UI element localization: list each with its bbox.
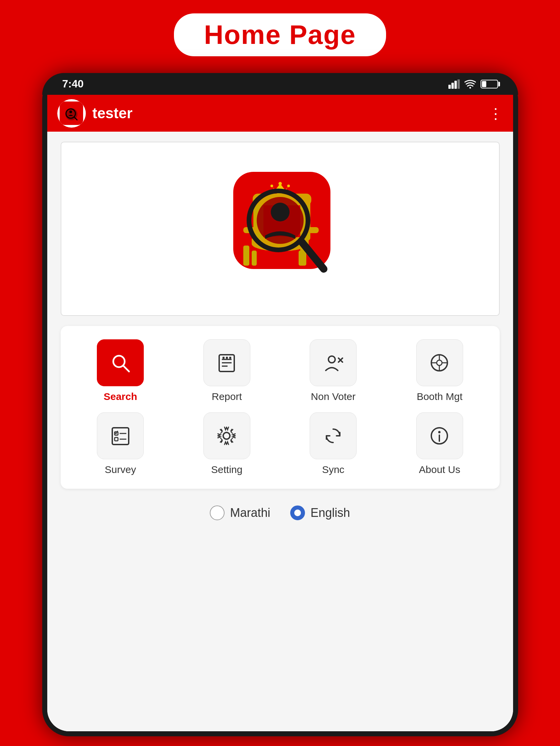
survey-icon-box[interactable] <box>97 412 144 459</box>
battery-icon <box>481 80 498 88</box>
app-logo <box>57 99 86 127</box>
svg-rect-1 <box>451 83 454 89</box>
svg-rect-10 <box>243 246 249 266</box>
svg-rect-3 <box>457 79 460 89</box>
booth-mgt-icon <box>429 352 450 374</box>
svg-point-8 <box>69 111 72 113</box>
app-logo-inner <box>60 102 83 125</box>
search-label: Search <box>104 391 137 402</box>
search-icon <box>110 352 131 374</box>
svg-rect-35 <box>223 357 225 359</box>
page-title-container: Home Page <box>174 13 386 56</box>
status-time: 7:40 <box>62 78 84 90</box>
svg-point-26 <box>271 203 289 222</box>
menu-item-setting[interactable]: Setting <box>177 412 277 475</box>
menu-item-search[interactable]: Search <box>71 339 171 402</box>
wifi-icon <box>465 79 476 89</box>
menu-item-non-voter[interactable]: Non Voter <box>283 339 383 402</box>
lang-option-english[interactable]: English <box>290 506 350 520</box>
page-title: Home Page <box>204 20 356 50</box>
report-icon <box>216 352 237 374</box>
sync-icon-box[interactable] <box>310 412 357 459</box>
svg-rect-37 <box>229 357 231 359</box>
main-content: Search <box>47 132 513 731</box>
survey-label: Survey <box>105 464 136 475</box>
app-screen: tester ⋮ <box>47 95 513 731</box>
menu-grid: Search <box>61 326 500 489</box>
menu-item-about-us[interactable]: About Us <box>390 412 489 475</box>
status-icons <box>448 79 498 89</box>
svg-rect-13 <box>299 251 304 266</box>
svg-rect-0 <box>448 85 451 89</box>
booth-mgt-label: Booth Mgt <box>417 391 463 402</box>
svg-point-23 <box>271 184 273 187</box>
setting-label: Setting <box>211 464 242 475</box>
svg-point-54 <box>438 431 441 433</box>
menu-item-survey[interactable]: Survey <box>71 412 171 475</box>
menu-item-booth-mgt[interactable]: Booth Mgt <box>390 339 489 402</box>
menu-row-1: Search <box>71 339 489 402</box>
menu-item-report[interactable]: Report <box>177 339 277 402</box>
menu-row-2: Survey <box>71 412 489 475</box>
sync-icon <box>323 425 344 447</box>
booth-mgt-icon-box[interactable] <box>416 339 463 386</box>
svg-rect-11 <box>252 251 257 266</box>
svg-line-30 <box>123 366 129 372</box>
signal-icon <box>448 79 460 89</box>
report-icon-box[interactable] <box>203 339 250 386</box>
english-radio-inner <box>294 510 301 516</box>
logo-banner <box>61 142 500 316</box>
svg-point-38 <box>329 356 335 363</box>
search-icon-box[interactable] <box>97 339 144 386</box>
about-us-icon <box>429 425 450 447</box>
about-us-icon-box[interactable] <box>416 412 463 459</box>
language-selector: Marathi English <box>210 499 350 527</box>
svg-rect-47 <box>112 428 129 444</box>
svg-point-52 <box>223 432 230 439</box>
menu-item-sync[interactable]: Sync <box>283 412 383 475</box>
survey-icon <box>110 425 131 447</box>
non-voter-icon-box[interactable] <box>310 339 357 386</box>
english-radio[interactable] <box>290 506 305 520</box>
marathi-radio[interactable] <box>210 506 225 520</box>
svg-rect-50 <box>115 437 118 441</box>
app-header: tester ⋮ <box>47 95 513 132</box>
overflow-menu-button[interactable]: ⋮ <box>488 105 503 122</box>
status-bar: 7:40 <box>42 73 518 95</box>
setting-icon <box>216 425 237 447</box>
app-username: tester <box>92 105 482 122</box>
setting-icon-box[interactable] <box>203 412 250 459</box>
lang-option-marathi[interactable]: Marathi <box>210 506 270 520</box>
svg-point-4 <box>469 87 471 88</box>
svg-rect-2 <box>454 81 457 89</box>
non-voter-icon <box>323 352 344 374</box>
tablet-frame: 7:40 <box>42 73 518 736</box>
english-label: English <box>310 506 350 520</box>
svg-rect-36 <box>226 357 228 359</box>
sync-label: Sync <box>322 464 344 475</box>
app-logo-svg <box>62 104 81 123</box>
non-voter-label: Non Voter <box>311 391 356 402</box>
about-us-label: About Us <box>419 464 460 475</box>
app-icon-large <box>217 165 344 292</box>
svg-point-22 <box>279 182 282 185</box>
report-label: Report <box>212 391 242 402</box>
marathi-label: Marathi <box>230 506 270 520</box>
svg-point-24 <box>287 184 290 187</box>
svg-point-42 <box>437 360 442 366</box>
